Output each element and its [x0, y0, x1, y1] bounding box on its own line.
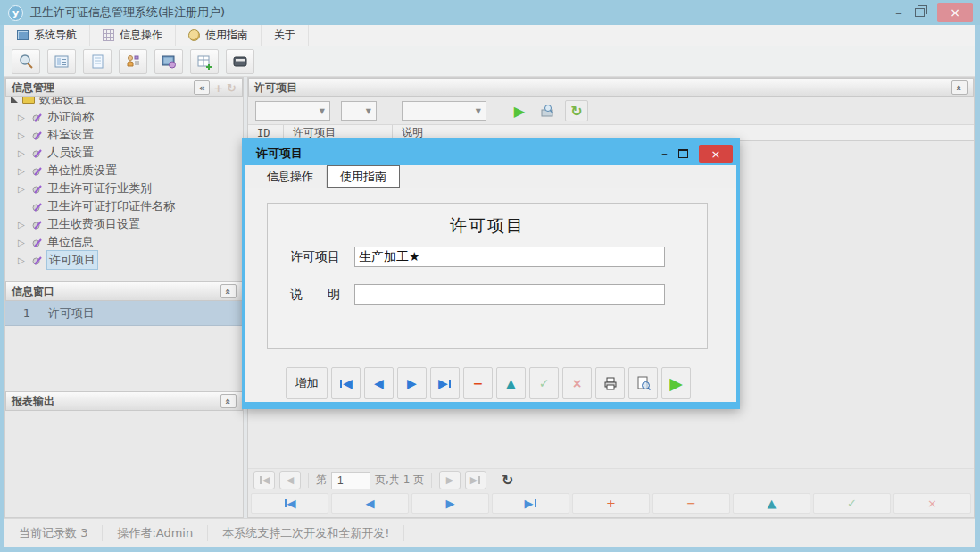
- dialog-confirm-button[interactable]: ✓: [529, 367, 559, 399]
- search-edit-icon: [540, 103, 556, 119]
- form-view-button[interactable]: [47, 49, 76, 74]
- tree-root-label: 数据设置: [39, 97, 86, 107]
- record-first-button[interactable]: ◀: [251, 493, 328, 514]
- collapse-sidebar-button[interactable]: «: [194, 80, 210, 95]
- menu-item-system-nav[interactable]: 系统导航: [4, 25, 90, 46]
- pager-label-page: 第: [316, 473, 327, 488]
- dialog-edit-button[interactable]: ▲: [496, 367, 526, 399]
- tree-item[interactable]: ▷ 单位性质设置: [5, 162, 243, 180]
- tree-item-label: 办证简称: [47, 109, 94, 125]
- dialog-run-button[interactable]: ▶: [661, 367, 691, 399]
- collapse-main-panel-button[interactable]: «: [951, 80, 968, 95]
- tree-item[interactable]: ▷ 卫生收费项目设置: [5, 215, 243, 233]
- dialog-cancel-button[interactable]: ×: [562, 367, 592, 399]
- dialog-next-button[interactable]: ▶: [397, 367, 427, 399]
- tree-expander-icon[interactable]: ▷: [18, 238, 27, 247]
- grid-icon: [103, 29, 114, 41]
- record-cancel-button[interactable]: ×: [893, 493, 971, 514]
- record-edit-button[interactable]: ▲: [733, 493, 810, 514]
- tree-item[interactable]: ▷ 办证简称: [5, 108, 243, 126]
- permit-item-dialog: 许可项目 – × 信息操作 使用指南 许可项目 许可项目 说 明: [242, 138, 740, 409]
- pager-first-button[interactable]: ◀: [253, 471, 275, 489]
- restore-button[interactable]: [915, 8, 925, 17]
- main-panel-header: 许可项目 «: [248, 78, 974, 97]
- tree-item-label: 卫生收费项目设置: [47, 216, 140, 232]
- record-prev-button[interactable]: ◀: [331, 493, 409, 514]
- record-confirm-button[interactable]: ✓: [813, 493, 891, 514]
- user-report-icon: [124, 53, 142, 71]
- pager-last-button[interactable]: ▶: [465, 471, 486, 489]
- tree-item[interactable]: ▷ 科室设置: [5, 126, 243, 144]
- menu-label: 系统导航: [34, 28, 77, 43]
- tree-item[interactable]: ▷ 卫生许可证打印证件名称: [5, 197, 243, 215]
- dialog-delete-button[interactable]: −: [463, 367, 493, 399]
- search-button[interactable]: [12, 49, 40, 74]
- record-add-button[interactable]: +: [572, 493, 650, 514]
- refresh-button[interactable]: ↻: [565, 100, 588, 121]
- dialog-maximize-button[interactable]: [678, 149, 688, 158]
- description-input[interactable]: [354, 284, 665, 305]
- dialog-first-button[interactable]: ◀: [331, 367, 361, 399]
- tree-expander-icon[interactable]: ▷: [18, 220, 27, 230]
- dialog-minimize-button[interactable]: –: [661, 150, 668, 157]
- print-preview-icon: [635, 375, 652, 391]
- minimize-button[interactable]: –: [895, 8, 902, 17]
- tree-item[interactable]: ▷ 人员设置: [5, 144, 243, 162]
- tool-icon: [31, 183, 43, 195]
- filter-combo-3[interactable]: ▼: [402, 101, 486, 121]
- collapse-info-window-button[interactable]: «: [220, 284, 237, 298]
- chevron-down-icon: ▼: [320, 107, 325, 115]
- tree-expander-icon[interactable]: ▷: [18, 184, 27, 194]
- permit-item-input[interactable]: [354, 247, 665, 267]
- add-button[interactable]: 增加: [286, 367, 328, 399]
- filter-combo-2[interactable]: ▼: [341, 101, 377, 121]
- tree-item-label: 许可项目: [47, 251, 97, 269]
- chevron-down-icon: ▼: [366, 107, 371, 115]
- menu-item-about[interactable]: 关于: [262, 25, 309, 46]
- tree-expander-icon[interactable]: ▷: [18, 148, 27, 158]
- filter-combo-1[interactable]: ▼: [255, 101, 330, 121]
- user-report-button[interactable]: [119, 49, 147, 74]
- dialog-last-button[interactable]: ▶: [430, 367, 460, 399]
- tree-item-selected[interactable]: ▷ 许可项目: [5, 251, 243, 269]
- search-edit-button[interactable]: [536, 100, 560, 121]
- permit-item-groupbox: 许可项目 许可项目 说 明: [267, 203, 708, 349]
- record-delete-button[interactable]: −: [652, 493, 730, 514]
- menu-label: 关于: [274, 28, 295, 43]
- dialog-button-bar: 增加 ◀ ◀ ▶ ▶ − ▲ ✓ × ▶: [286, 367, 691, 399]
- dialog-preview-button[interactable]: [628, 367, 658, 399]
- page-number-input[interactable]: [331, 472, 370, 489]
- list-item-selected[interactable]: 1 许可项目: [5, 301, 243, 326]
- tree-item[interactable]: ▷ 卫生许可证行业类别: [5, 180, 243, 197]
- tree-expander-icon[interactable]: ▷: [18, 255, 27, 265]
- dialog-prev-button[interactable]: ◀: [364, 367, 394, 399]
- tree-expander-icon[interactable]: ▷: [18, 113, 27, 122]
- card-device-button[interactable]: [226, 49, 254, 74]
- table-add-button[interactable]: [190, 49, 219, 74]
- dialog-tab-info-ops[interactable]: 信息操作: [254, 166, 327, 188]
- record-next-button[interactable]: ▶: [411, 493, 489, 514]
- pager-next-button[interactable]: ▶: [439, 471, 461, 489]
- collapse-report-button[interactable]: «: [220, 394, 237, 408]
- main-panel-title: 许可项目: [254, 80, 297, 96]
- menu-item-guide[interactable]: 使用指南: [176, 25, 262, 46]
- close-button[interactable]: ×: [937, 3, 973, 22]
- document-button[interactable]: [83, 49, 112, 74]
- window-border-right: [975, 25, 980, 552]
- pager-prev-button[interactable]: ◀: [279, 471, 301, 489]
- form-view-icon: [53, 53, 71, 71]
- execute-query-button[interactable]: ▶: [508, 100, 531, 121]
- add-icon: +: [213, 81, 223, 95]
- app-logo-icon: y: [8, 5, 23, 21]
- tree-expander-icon[interactable]: ▷: [18, 166, 27, 176]
- monitor-chart-button[interactable]: [154, 49, 183, 74]
- pager-refresh-button[interactable]: ↻: [502, 472, 513, 489]
- menu-item-info-ops[interactable]: 信息操作: [90, 25, 176, 46]
- record-last-button[interactable]: ▶: [492, 493, 569, 514]
- tree-root-item[interactable]: 数据设置: [5, 97, 243, 108]
- dialog-tab-guide[interactable]: 使用指南: [327, 165, 400, 188]
- tree-item[interactable]: ▷ 单位信息: [5, 233, 243, 251]
- dialog-print-button[interactable]: [595, 367, 625, 399]
- tree-expander-icon[interactable]: ▷: [18, 130, 27, 140]
- dialog-close-button[interactable]: ×: [699, 145, 733, 163]
